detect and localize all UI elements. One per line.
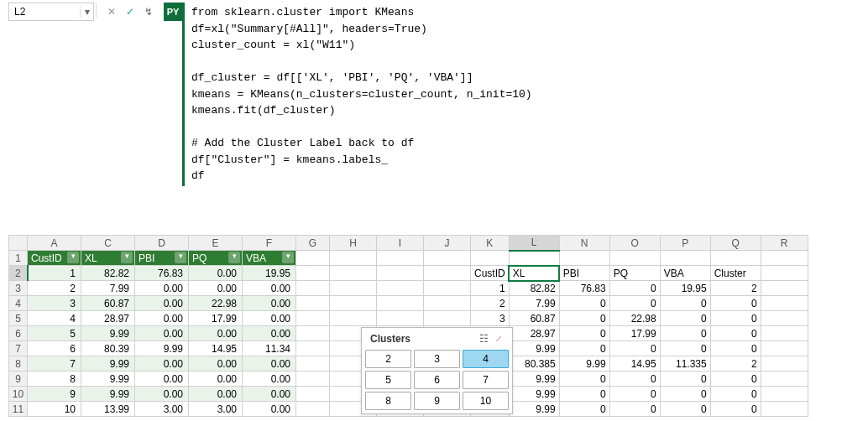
cell-D11[interactable]: 3.00	[135, 402, 189, 417]
cell-L7[interactable]: 9.99	[509, 341, 559, 356]
cell-C4[interactable]: 60.87	[81, 296, 135, 311]
cell-P8[interactable]: 11.335	[660, 356, 710, 372]
cancel-icon[interactable]: ✕	[103, 3, 120, 20]
cell-H5[interactable]	[330, 311, 377, 326]
cell-L5[interactable]: 60.87	[509, 311, 559, 326]
cell-Q3[interactable]: 2	[710, 281, 761, 296]
cell-R9[interactable]	[761, 372, 808, 387]
cell-D10[interactable]: 0.00	[135, 387, 189, 402]
slicer-option-9[interactable]: 9	[414, 392, 460, 410]
cell-J2[interactable]	[424, 266, 471, 281]
cell-N11[interactable]: 0	[559, 402, 609, 417]
cell-Q1[interactable]	[710, 251, 761, 266]
row-header-2[interactable]: 2	[9, 266, 28, 281]
cell-J4[interactable]	[424, 296, 471, 311]
row-header-6[interactable]: 6	[9, 326, 28, 341]
cell-N10[interactable]: 0	[559, 387, 609, 402]
column-header-O[interactable]: O	[609, 236, 660, 251]
row-header-9[interactable]: 9	[9, 372, 28, 387]
cell-R2[interactable]	[761, 266, 808, 281]
cell-R1[interactable]	[761, 251, 808, 266]
cell-O4[interactable]: 0	[609, 296, 660, 311]
cell-H3[interactable]	[330, 281, 377, 296]
cell-G10[interactable]	[296, 387, 330, 402]
cell-C5[interactable]: 28.97	[81, 311, 135, 326]
cell-J3[interactable]	[424, 281, 471, 296]
cell-A10[interactable]: 9	[28, 387, 81, 402]
column-header-D[interactable]: D	[135, 236, 189, 251]
cell-N2[interactable]: PBI	[559, 266, 609, 281]
cell-G7[interactable]	[296, 341, 330, 356]
cell-C3[interactable]: 7.99	[81, 281, 135, 296]
column-header-N[interactable]: N	[559, 236, 609, 251]
cell-L8[interactable]: 80.385	[509, 356, 559, 372]
cell-A2[interactable]: 1	[28, 266, 81, 281]
column-header-J[interactable]: J	[424, 236, 471, 251]
name-box[interactable]: ▾	[8, 3, 94, 21]
cell-G8[interactable]	[296, 356, 330, 372]
row-header-4[interactable]: 4	[9, 296, 28, 311]
cell-G1[interactable]	[296, 251, 330, 266]
cell-P4[interactable]: 0	[660, 296, 710, 311]
cell-D6[interactable]: 0.00	[135, 326, 189, 341]
cell-K3[interactable]: 1	[471, 281, 510, 296]
cell-E10[interactable]: 0.00	[189, 387, 243, 402]
slicer-option-2[interactable]: 2	[365, 350, 411, 368]
cell-R11[interactable]	[761, 402, 808, 417]
cell-J5[interactable]	[424, 311, 471, 326]
cell-Q10[interactable]: 0	[710, 387, 761, 402]
cell-L4[interactable]: 7.99	[509, 296, 559, 311]
cell-P2[interactable]: VBA	[660, 266, 710, 281]
cell-E9[interactable]: 0.00	[189, 372, 243, 387]
cell-E8[interactable]: 0.00	[189, 356, 243, 372]
column-header-P[interactable]: P	[660, 236, 710, 251]
slicer-option-7[interactable]: 7	[463, 371, 509, 389]
cell-O7[interactable]: 0	[609, 341, 660, 356]
cell-N4[interactable]: 0	[559, 296, 609, 311]
cell-P1[interactable]	[660, 251, 710, 266]
column-header-R[interactable]: R	[761, 236, 808, 251]
cell-N5[interactable]: 0	[559, 311, 609, 326]
cell-F1[interactable]: VBA▾	[243, 251, 296, 266]
cell-C6[interactable]: 9.99	[81, 326, 135, 341]
row-header-11[interactable]: 11	[9, 402, 28, 417]
row-header-3[interactable]: 3	[9, 281, 28, 296]
clusters-slicer[interactable]: Clusters ☷ ⟋ 2345678910	[361, 327, 513, 414]
cell-L9[interactable]: 9.99	[509, 372, 559, 387]
slicer-option-3[interactable]: 3	[414, 350, 460, 368]
cell-K4[interactable]: 2	[471, 296, 510, 311]
cell-G2[interactable]	[296, 266, 330, 281]
cell-L1[interactable]	[509, 251, 559, 266]
filter-dropdown-icon[interactable]: ▾	[228, 252, 240, 263]
insert-function-icon[interactable]: ↯	[140, 3, 157, 20]
cell-L3[interactable]: 82.82	[509, 281, 559, 296]
cell-C7[interactable]: 80.39	[81, 341, 135, 356]
cell-E6[interactable]: 0.00	[189, 326, 243, 341]
column-header-G[interactable]: G	[296, 236, 330, 251]
cell-P9[interactable]: 0	[660, 372, 710, 387]
cell-Q2[interactable]: Cluster	[710, 266, 761, 281]
cell-E5[interactable]: 17.99	[189, 311, 243, 326]
cell-E4[interactable]: 22.98	[189, 296, 243, 311]
cell-O8[interactable]: 14.95	[609, 356, 660, 372]
cell-Q11[interactable]: 0	[710, 402, 761, 417]
cell-O1[interactable]	[609, 251, 660, 266]
cell-R10[interactable]	[761, 387, 808, 402]
slicer-option-10[interactable]: 10	[463, 392, 509, 410]
cell-D3[interactable]: 0.00	[135, 281, 189, 296]
cell-D4[interactable]: 0.00	[135, 296, 189, 311]
cell-Q4[interactable]: 0	[710, 296, 761, 311]
cell-I2[interactable]	[377, 266, 424, 281]
cell-E7[interactable]: 14.95	[189, 341, 243, 356]
cell-O2[interactable]: PQ	[609, 266, 660, 281]
cell-P3[interactable]: 19.95	[660, 281, 710, 296]
cell-N3[interactable]: 76.83	[559, 281, 609, 296]
cell-A7[interactable]: 6	[28, 341, 81, 356]
slicer-option-6[interactable]: 6	[414, 371, 460, 389]
cell-C9[interactable]: 9.99	[81, 372, 135, 387]
python-code[interactable]: from sklearn.cluster import KMeans df=xl…	[182, 3, 539, 186]
cell-A9[interactable]: 8	[28, 372, 81, 387]
cell-K1[interactable]	[471, 251, 510, 266]
cell-D2[interactable]: 76.83	[135, 266, 189, 281]
cell-I1[interactable]	[377, 251, 424, 266]
